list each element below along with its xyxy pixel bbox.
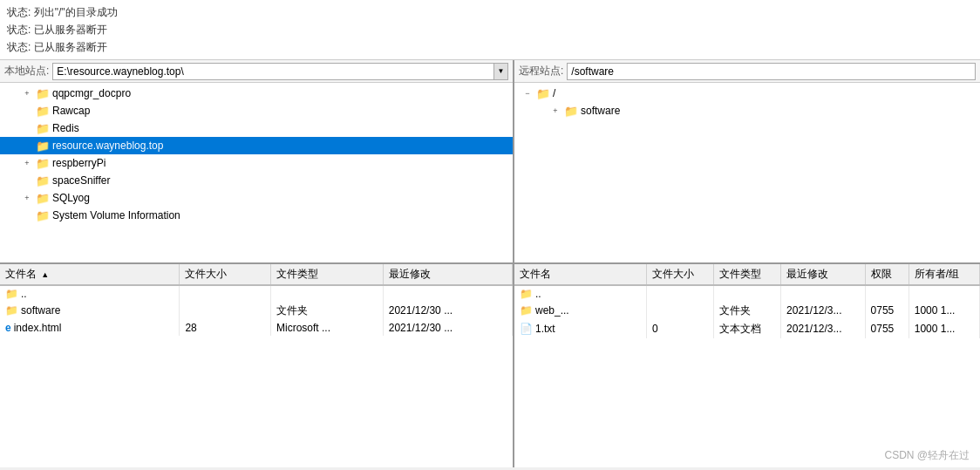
tree-item-remote-software[interactable]: + 📁 software (514, 102, 980, 119)
remote-col-type[interactable]: 文件类型 (714, 264, 781, 285)
tree-item-root[interactable]: − 📁 / (514, 85, 980, 102)
file-size (647, 285, 714, 302)
tree-label-qqpcmgr: qqpcmgr_docpro (52, 87, 131, 99)
local-col-type[interactable]: 文件类型 (271, 264, 384, 285)
local-file-panel: 文件名 ▲ 文件大小 文件类型 最近修改 (0, 264, 514, 468)
local-file-table: 文件名 ▲ 文件大小 文件类型 最近修改 (0, 264, 513, 336)
html-file-icon: e (5, 322, 11, 334)
folder-icon-redis: 📁 (36, 122, 50, 135)
file-size: 0 (647, 320, 714, 338)
local-path-input[interactable] (52, 63, 494, 80)
file-type: 文件夹 (271, 302, 384, 320)
watermark: CSDN @轻舟在过 (884, 448, 970, 463)
folder-icon-qqpcmgr: 📁 (36, 87, 50, 100)
sort-icon: ▲ (41, 270, 49, 279)
remote-col-size[interactable]: 文件大小 (647, 264, 714, 285)
tree-label-systemvolume: System Volume Information (52, 209, 180, 221)
file-name: 📁.. (0, 285, 180, 302)
tree-item-systemvolume[interactable]: 📁 System Volume Information (0, 207, 513, 224)
tree-label-rawcap: Rawcap (52, 105, 90, 117)
local-file-row[interactable]: 📁.. (0, 285, 513, 302)
remote-col-permissions[interactable]: 权限 (865, 264, 909, 285)
remote-file-row[interactable]: 📄1.txt 0 文本文档 2021/12/3... 0755 1000 1..… (514, 320, 980, 338)
file-size (180, 285, 271, 302)
status-line-1: 状态: 列出"/"的目录成功 (7, 3, 973, 21)
remote-address-bar: 远程站点: (514, 60, 980, 83)
file-name: eindex.html (0, 320, 180, 336)
tree-label-spacesniffer: spaceSniffer (52, 174, 111, 187)
file-size: 28 (180, 320, 271, 336)
tree-item-resource[interactable]: 📁 resource.wayneblog.top (0, 137, 513, 154)
folder-icon-rawcap: 📁 (36, 105, 50, 118)
tree-item-spacesniffer[interactable]: 📁 spaceSniffer (0, 172, 513, 189)
file-type: Microsoft ... (271, 320, 384, 336)
file-modified (781, 285, 865, 302)
file-permissions: 0755 (865, 302, 909, 320)
file-permissions: 0755 (865, 320, 909, 338)
tree-item-respberrypi[interactable]: + 📁 respberryPi (0, 154, 513, 172)
tree-label-sqlyog: SQLyog (52, 192, 90, 204)
expand-qqpcmgr[interactable]: + (21, 87, 33, 99)
folder-file-icon: 📁 (520, 304, 533, 317)
expand-sqlyog[interactable]: + (21, 192, 33, 204)
remote-col-modified[interactable]: 最近修改 (781, 264, 865, 285)
parent-dir-icon: 📁 (5, 288, 18, 300)
local-tree[interactable]: + 📁 qqpcmgr_docpro 📁 Rawcap 📁 Redis (0, 83, 513, 262)
local-col-size[interactable]: 文件大小 (180, 264, 271, 285)
remote-tree[interactable]: − 📁 / + 📁 software (514, 83, 980, 262)
folder-icon-respberrypi: 📁 (36, 157, 50, 170)
tree-item-sqlyog[interactable]: + 📁 SQLyog (0, 189, 513, 207)
local-address-bar: 本地站点: ▼ (0, 60, 513, 83)
local-file-list[interactable]: 文件名 ▲ 文件大小 文件类型 最近修改 (0, 264, 513, 468)
file-type (271, 285, 384, 302)
remote-col-owner[interactable]: 所有者/组 (909, 264, 979, 285)
folder-icon-root: 📁 (536, 87, 550, 100)
remote-file-row[interactable]: 📁.. (514, 285, 980, 302)
remote-address-label: 远程站点: (519, 64, 563, 78)
remote-tree-panel: 远程站点: − 📁 / + 📁 software (514, 60, 980, 262)
main-panel: 本地站点: ▼ + 📁 qqpcmgr_docpro 📁 Rawcap (0, 60, 980, 467)
file-name: 📁software (0, 302, 180, 320)
file-name: 📁.. (514, 285, 647, 302)
remote-col-name[interactable]: 文件名 (514, 264, 647, 285)
local-file-row[interactable]: eindex.html 28 Microsoft ... 2021/12/30 … (0, 320, 513, 336)
remote-path-input[interactable] (567, 63, 976, 80)
local-file-row[interactable]: 📁software 文件夹 2021/12/30 ... (0, 302, 513, 320)
local-path-dropdown[interactable]: ▼ (494, 63, 508, 80)
local-panel: 本地站点: ▼ + 📁 qqpcmgr_docpro 📁 Rawcap (0, 60, 514, 262)
remote-file-list[interactable]: 文件名 文件大小 文件类型 最近修改 (514, 264, 980, 468)
file-type: 文本文档 (714, 320, 781, 338)
local-table-header: 文件名 ▲ 文件大小 文件类型 最近修改 (0, 264, 513, 285)
folder-file-icon: 📁 (5, 304, 18, 317)
expand-respberrypi[interactable]: + (21, 157, 33, 169)
local-col-modified[interactable]: 最近修改 (383, 264, 512, 285)
file-owner: 1000 1... (909, 302, 979, 320)
folder-icon-sqlyog: 📁 (36, 192, 50, 205)
remote-file-panel: 文件名 文件大小 文件类型 最近修改 (514, 264, 980, 468)
file-size (180, 302, 271, 320)
remote-file-row[interactable]: 📁web_... 文件夹 2021/12/3... 0755 1000 1... (514, 302, 980, 320)
file-type (714, 285, 781, 302)
tree-label-root: / (553, 87, 555, 99)
folder-icon-systemvolume: 📁 (36, 209, 50, 222)
file-modified: 2021/12/3... (781, 320, 865, 338)
tree-item-qqpcmgr[interactable]: + 📁 qqpcmgr_docpro (0, 85, 513, 102)
expand-remote-software[interactable]: + (549, 105, 561, 117)
file-owner: 1000 1... (909, 320, 979, 338)
status-line-3: 状态: 已从服务器断开 (7, 38, 973, 56)
file-size (647, 302, 714, 320)
tree-item-rawcap[interactable]: 📁 Rawcap (0, 102, 513, 119)
folder-icon-spacesniffer: 📁 (36, 174, 50, 187)
file-modified: 2021/12/3... (781, 302, 865, 320)
bottom-row: 文件名 ▲ 文件大小 文件类型 最近修改 (0, 264, 980, 468)
remote-file-table: 文件名 文件大小 文件类型 最近修改 (514, 264, 980, 338)
tree-label-remote-software: software (581, 105, 620, 117)
folder-icon-remote-software: 📁 (564, 105, 578, 118)
file-name: 📁web_... (514, 302, 647, 320)
parent-dir-icon: 📁 (520, 288, 533, 300)
expand-root[interactable]: − (521, 87, 534, 99)
txt-file-icon: 📄 (520, 323, 533, 335)
tree-label-resource: resource.wayneblog.top (52, 140, 163, 152)
tree-item-redis[interactable]: 📁 Redis (0, 119, 513, 137)
local-col-name[interactable]: 文件名 ▲ (0, 264, 180, 285)
